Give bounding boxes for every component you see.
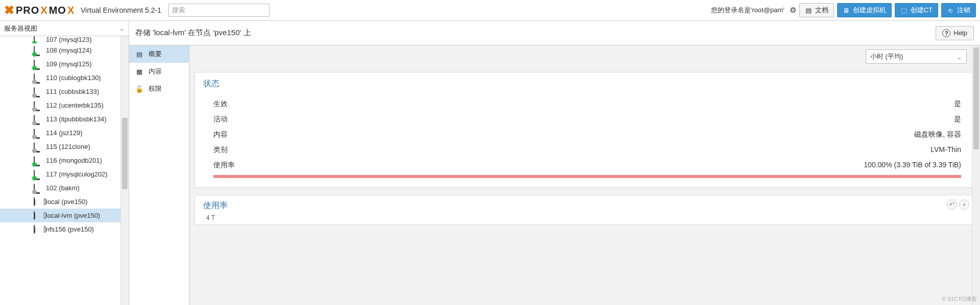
time-range-label: 小时 (平均) bbox=[870, 52, 903, 61]
content-title: 存储 'local-lvm' 在节点 'pve150' 上 bbox=[135, 28, 251, 38]
logout-button[interactable]: ⎋ 注销 bbox=[941, 3, 976, 17]
chart-undo-button[interactable]: ↶ bbox=[947, 199, 957, 210]
vm-icon bbox=[34, 170, 43, 179]
usage-chart-title: 使用率 bbox=[203, 200, 966, 211]
chart-y-axis-top: 4 T bbox=[203, 214, 966, 221]
status-key: 生效 bbox=[213, 99, 228, 109]
documentation-label: 文档 bbox=[815, 6, 828, 15]
tree-item-label: 115 (121clone) bbox=[46, 143, 90, 150]
content-scrollbar[interactable] bbox=[972, 45, 980, 305]
status-rows: 生效是活动是内容磁盘映像, 容器类别LVM-Thin bbox=[203, 96, 966, 158]
vm-icon bbox=[34, 115, 43, 123]
tree-scroll-thumb[interactable] bbox=[122, 118, 128, 189]
help-label: Help bbox=[953, 29, 967, 37]
tree-item-label: local-lvm (pve150) bbox=[46, 212, 100, 219]
tree-item[interactable]: 110 (cublogbk130) bbox=[0, 71, 120, 85]
search-placeholder: 搜索 bbox=[172, 6, 185, 15]
content-subtabs: ▤概要▦内容🔓权限 bbox=[129, 45, 189, 305]
tree-item[interactable]: 108 (mysql124) bbox=[0, 43, 120, 57]
documentation-button[interactable]: ▤ 文档 bbox=[799, 3, 834, 17]
status-row: 生效是 bbox=[203, 96, 966, 112]
book-icon: ▤ bbox=[805, 7, 812, 14]
subtab-label: 概要 bbox=[149, 49, 162, 59]
tree-item-label: 107 (mysql123) bbox=[46, 36, 92, 43]
logo-x-icon: ✖ bbox=[4, 3, 15, 17]
storage-icon bbox=[34, 198, 43, 206]
gear-icon[interactable]: ⚙ bbox=[790, 6, 796, 15]
tree-item[interactable]: 107 (mysql123) bbox=[0, 36, 120, 43]
usage-chart-panel: 使用率 ↶ + 4 T bbox=[194, 195, 975, 225]
status-row: 活动是 bbox=[203, 112, 966, 127]
subtab-概要[interactable]: ▤概要 bbox=[129, 45, 189, 63]
tree-item[interactable]: 116 (mongodb201) bbox=[0, 154, 120, 167]
tree-item[interactable]: 111 (cubbsbk133) bbox=[0, 85, 120, 98]
tree-item-label: 113 (itpubbbsbk134) bbox=[46, 115, 107, 123]
create-ct-label: 创建CT bbox=[911, 6, 933, 15]
main-area: 服务器视图 ⌄ 107 (mysql123)108 (mysql124)109 … bbox=[0, 21, 980, 305]
tree-scrollbar[interactable] bbox=[120, 36, 129, 305]
status-panel-title: 状态 bbox=[203, 79, 966, 89]
status-value: 是 bbox=[954, 115, 961, 124]
lock-icon: 🔓 bbox=[135, 85, 143, 93]
help-button[interactable]: ? Help bbox=[936, 26, 974, 40]
vm-icon bbox=[34, 46, 43, 55]
tree-wrap: 107 (mysql123)108 (mysql124)109 (mysql12… bbox=[0, 36, 129, 305]
tree-item-label: 108 (mysql124) bbox=[46, 46, 92, 54]
logout-icon: ⎋ bbox=[947, 7, 954, 14]
tree-item[interactable]: 102 (bakm) bbox=[0, 181, 120, 195]
tree-item[interactable]: nfs156 (pve150) bbox=[0, 222, 120, 236]
tree-item[interactable]: 113 (itpubbbsbk134) bbox=[0, 112, 120, 126]
status-panel: 状态 生效是活动是内容磁盘映像, 容器类别LVM-Thin 使用率 100.00… bbox=[194, 72, 975, 188]
view-selector[interactable]: 服务器视图 ⌄ bbox=[0, 21, 129, 36]
tree-item[interactable]: 115 (121clone) bbox=[0, 140, 120, 154]
tree-item[interactable]: 112 (ucenterbk135) bbox=[0, 98, 120, 112]
tree-item[interactable]: local (pve150) bbox=[0, 195, 120, 209]
brand-logo: ✖ PROXMOX bbox=[4, 3, 75, 17]
status-row: 类别LVM-Thin bbox=[203, 142, 966, 158]
create-vm-label: 创建虚拟机 bbox=[853, 6, 886, 15]
vm-icon bbox=[34, 74, 43, 82]
content-scroll-thumb[interactable] bbox=[973, 47, 979, 149]
login-user-label: 您的登录名是'root@pam' bbox=[711, 6, 785, 15]
storage-icon bbox=[34, 225, 43, 234]
usage-value: 100.00% (3.39 TiB of 3.39 TiB) bbox=[864, 161, 961, 170]
status-row: 内容磁盘映像, 容器 bbox=[203, 127, 966, 142]
cube-icon: ⬚ bbox=[900, 7, 908, 14]
tree-item-label: 109 (mysql125) bbox=[46, 60, 92, 68]
vm-icon bbox=[34, 157, 43, 165]
status-key: 活动 bbox=[213, 115, 228, 124]
tree-item[interactable]: 117 (mysqlculog202) bbox=[0, 167, 120, 181]
subtab-label: 内容 bbox=[149, 67, 162, 76]
resource-tree[interactable]: 107 (mysql123)108 (mysql124)109 (mysql12… bbox=[0, 36, 120, 305]
storage-icon bbox=[34, 212, 43, 220]
resource-tree-panel: 服务器视图 ⌄ 107 (mysql123)108 (mysql124)109 … bbox=[0, 21, 129, 305]
brand-text-1: PRO bbox=[16, 5, 39, 16]
vm-icon bbox=[34, 129, 43, 137]
tree-item-label: 112 (ucenterbk135) bbox=[46, 101, 104, 109]
vm-icon bbox=[34, 101, 43, 110]
grid-icon: ▦ bbox=[135, 68, 143, 75]
search-input[interactable]: 搜索 bbox=[168, 4, 270, 17]
vm-icon bbox=[34, 88, 43, 96]
tree-item-label: 114 (jsz129) bbox=[46, 129, 83, 137]
monitor-icon: 🖥 bbox=[843, 7, 850, 14]
subtab-内容[interactable]: ▦内容 bbox=[129, 63, 189, 80]
status-key: 内容 bbox=[213, 130, 228, 139]
usage-bar-container bbox=[203, 173, 966, 178]
content-column: 存储 'local-lvm' 在节点 'pve150' 上 ? Help ▤概要… bbox=[129, 21, 980, 305]
chart-add-button[interactable]: + bbox=[959, 199, 969, 210]
create-ct-button[interactable]: ⬚ 创建CT bbox=[895, 3, 938, 17]
tree-item-label: local (pve150) bbox=[46, 198, 88, 206]
tree-item[interactable]: local-lvm (pve150) bbox=[0, 209, 120, 222]
tree-item[interactable]: 114 (jsz129) bbox=[0, 126, 120, 140]
tree-item[interactable]: 109 (mysql125) bbox=[0, 57, 120, 71]
top-bar: ✖ PROXMOX Virtual Environment 5.2-1 搜索 您… bbox=[0, 0, 980, 21]
usage-key: 使用率 bbox=[213, 161, 235, 170]
create-vm-button[interactable]: 🖥 创建虚拟机 bbox=[837, 3, 892, 17]
chevron-down-icon: ⌄ bbox=[957, 53, 962, 61]
env-version-label: Virtual Environment 5.2-1 bbox=[81, 6, 161, 14]
time-range-select[interactable]: 小时 (平均) ⌄ bbox=[866, 49, 967, 64]
logout-label: 注销 bbox=[957, 6, 970, 15]
subtab-权限[interactable]: 🔓权限 bbox=[129, 80, 189, 97]
brand-text-3: MO bbox=[49, 5, 66, 16]
